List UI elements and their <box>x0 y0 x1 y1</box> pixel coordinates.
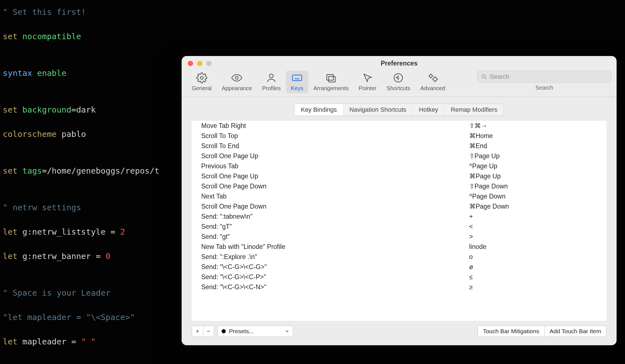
toolbar-tab-keys[interactable]: Keys <box>286 71 308 93</box>
preferences-window: Preferences GeneralAppearanceProfilesKey… <box>182 56 617 345</box>
shortcuts-icon <box>393 72 404 83</box>
svg-line-15 <box>485 78 486 79</box>
key-binding-row[interactable]: New Tab with "Linode" Profilelinode <box>192 242 607 252</box>
key-binding-action: Send: "gt" <box>192 233 466 241</box>
key-binding-row[interactable]: Scroll One Page Up⌘Page Up <box>192 171 607 181</box>
key-binding-action: Scroll To End <box>192 142 466 150</box>
toolbar-tab-label: General <box>192 85 212 92</box>
toolbar-tab-pointer[interactable]: Pointer <box>354 71 381 93</box>
svg-point-19 <box>224 331 225 332</box>
toolbar-tab-label: Pointer <box>359 85 376 92</box>
toolbar-tab-general[interactable]: General <box>187 71 217 93</box>
key-binding-shortcut: ⇧Page Down <box>466 183 607 190</box>
key-binding-shortcut: ⇧Page Up <box>466 152 607 160</box>
toolbar-tab-shortcuts[interactable]: Shortcuts <box>381 71 415 93</box>
key-binding-action: Send: "\<C-G>\<C-N>" <box>192 283 466 291</box>
touch-bar-mitigations-button[interactable]: Touch Bar Mitigations <box>478 326 544 337</box>
key-bindings-list[interactable]: Move Tab Right⇧⌘→Scroll To Top⌘HomeScrol… <box>192 120 607 321</box>
key-binding-row[interactable]: Send: "\<C-G>\<C-G>"ø <box>192 262 607 272</box>
ellipsis-icon <box>221 329 226 334</box>
keys-icon <box>291 72 303 83</box>
key-binding-action: Scroll One Page Up <box>192 172 466 180</box>
key-binding-shortcut: o <box>466 253 607 261</box>
key-binding-action: Scroll One Page Up <box>192 152 466 160</box>
key-binding-shortcut: ⇧⌘→ <box>466 122 607 130</box>
svg-rect-10 <box>329 76 335 82</box>
presets-dropdown[interactable]: Presets... <box>217 326 293 337</box>
key-binding-row[interactable]: Scroll One Page Down⇧Page Down <box>192 181 607 191</box>
key-binding-action: Send: "\<C-G>\<C-G>" <box>192 263 466 271</box>
key-binding-shortcut: ≤ <box>466 273 607 281</box>
key-binding-shortcut: ⌘Page Down <box>466 203 607 210</box>
key-binding-row[interactable]: Move Tab Right⇧⌘→ <box>192 121 607 131</box>
key-binding-row[interactable]: Scroll One Page Down⌘Page Down <box>192 201 607 211</box>
subtab-hotkey[interactable]: Hotkey <box>413 104 445 116</box>
svg-point-13 <box>433 77 437 81</box>
search-input[interactable] <box>490 73 607 80</box>
subtab-navigation-shortcuts[interactable]: Navigation Shortcuts <box>343 104 413 116</box>
key-binding-action: Scroll One Page Down <box>192 183 466 190</box>
key-binding-shortcut: ^Page Down <box>466 193 607 200</box>
pointer-icon <box>362 72 373 83</box>
key-binding-shortcut: < <box>466 223 607 230</box>
touchbar-buttons: Touch Bar Mitigations Add Touch Bar Item <box>478 326 607 337</box>
editor-line: " Set this first! <box>3 6 625 18</box>
toolbar-tab-label: Keys <box>291 85 303 92</box>
key-binding-shortcut: ø <box>466 263 607 271</box>
keys-subtab-bar: Key BindingsNavigation ShortcutsHotkeyRe… <box>182 97 617 120</box>
remove-binding-button[interactable]: − <box>203 326 214 337</box>
toolbar-tab-label: Arrangements <box>313 85 349 92</box>
key-binding-row[interactable]: Send: "\<C-G>\<C-N>"≥ <box>192 282 607 292</box>
general-icon <box>196 72 207 83</box>
svg-point-1 <box>235 76 238 79</box>
toolbar-tab-advanced[interactable]: Advanced <box>415 71 450 93</box>
search-icon <box>481 74 487 80</box>
key-binding-shortcut: > <box>466 233 607 241</box>
appearance-icon <box>231 72 242 83</box>
key-binding-row[interactable]: Send: "gT"< <box>192 221 607 232</box>
key-binding-row[interactable]: Send: "gt"> <box>192 232 607 242</box>
key-binding-shortcut: ≥ <box>466 283 607 291</box>
add-binding-button[interactable]: + <box>192 326 203 337</box>
key-binding-shortcut: ⌘Home <box>466 132 607 140</box>
toolbar-tab-profiles[interactable]: Profiles <box>257 71 286 93</box>
window-titlebar[interactable]: Preferences <box>182 56 617 71</box>
key-binding-row[interactable]: Send: ":tabnew\n"+ <box>192 211 607 221</box>
key-binding-action: Send: ":tabnew\n" <box>192 213 466 220</box>
list-edit-buttons: + − <box>192 326 214 337</box>
chevron-down-icon <box>284 329 290 334</box>
svg-point-0 <box>200 76 203 79</box>
subtab-remap-modifiers[interactable]: Remap Modifiers <box>445 104 503 116</box>
key-binding-action: New Tab with "Linode" Profile <box>192 243 466 251</box>
svg-point-17 <box>223 331 223 332</box>
key-binding-row[interactable]: Next Tab^Page Down <box>192 191 607 201</box>
key-binding-action: Next Tab <box>192 193 466 200</box>
key-binding-action: Send: ":Explore .\n" <box>192 253 466 261</box>
toolbar-tab-label: Appearance <box>222 85 252 92</box>
key-binding-row[interactable]: Send: "\<C-G>\<C-P>"≤ <box>192 272 607 282</box>
advanced-icon <box>427 72 438 83</box>
subtab-key-bindings[interactable]: Key Bindings <box>295 104 343 116</box>
toolbar-search: Search <box>477 71 612 91</box>
key-binding-row[interactable]: Scroll To End⌘End <box>192 141 607 151</box>
key-bindings-bottom-bar: + − Presets... Touch Bar Mitigations Add… <box>182 321 617 345</box>
arrangements-icon <box>325 72 337 83</box>
key-binding-row[interactable]: Send: ":Explore .\n"o <box>192 252 607 262</box>
svg-rect-3 <box>292 75 302 81</box>
key-binding-shortcut: ⌘End <box>466 142 607 150</box>
key-binding-shortcut: + <box>466 213 607 220</box>
toolbar-tab-appearance[interactable]: Appearance <box>217 71 257 93</box>
search-field[interactable] <box>477 71 612 83</box>
svg-point-18 <box>223 331 224 332</box>
add-touch-bar-item-button[interactable]: Add Touch Bar Item <box>544 326 607 337</box>
preferences-toolbar: GeneralAppearanceProfilesKeysArrangement… <box>182 71 617 97</box>
presets-label: Presets... <box>229 328 254 335</box>
key-binding-action: Scroll To Top <box>192 132 466 140</box>
key-binding-action: Send: "gT" <box>192 223 466 230</box>
toolbar-tab-arrangements[interactable]: Arrangements <box>308 71 354 93</box>
key-binding-row[interactable]: Previous Tab^Page Up <box>192 161 607 171</box>
key-binding-row[interactable]: Scroll To Top⌘Home <box>192 131 607 141</box>
search-label: Search <box>535 85 553 91</box>
key-binding-row[interactable]: Scroll One Page Up⇧Page Up <box>192 151 607 161</box>
key-binding-shortcut: ^Page Up <box>466 162 607 170</box>
